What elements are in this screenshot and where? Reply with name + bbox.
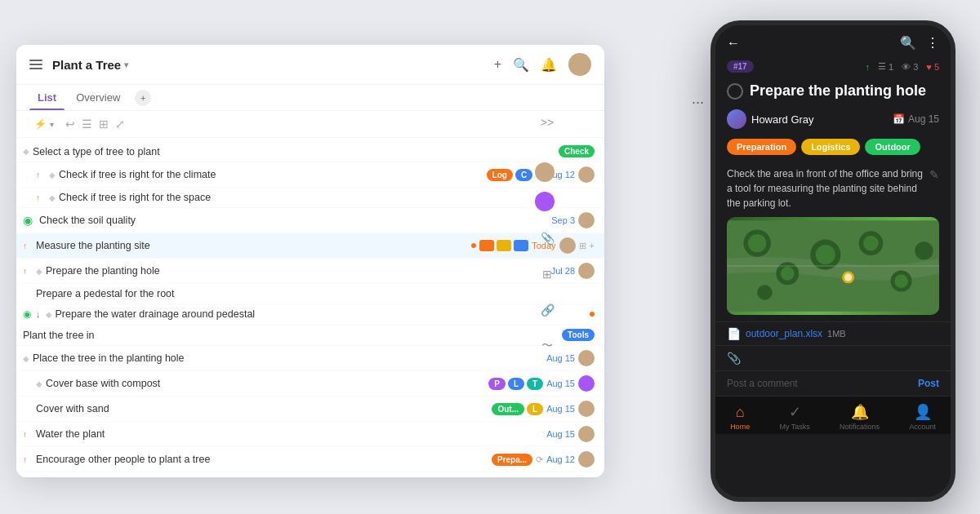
search-icon[interactable]: 🔍 bbox=[900, 35, 916, 51]
task-badges: Log C bbox=[487, 169, 533, 181]
eye-count: 3 bbox=[913, 62, 918, 72]
assignee-name: Howard Gray bbox=[751, 113, 814, 126]
back-button[interactable]: ← bbox=[727, 36, 740, 51]
tasks-icon: ✓ bbox=[789, 403, 801, 421]
bullet-icon: ◆ bbox=[36, 379, 42, 388]
bullet-icon: ◆ bbox=[23, 147, 29, 156]
table-icon[interactable]: ⊞ bbox=[535, 262, 559, 286]
notification-icon[interactable]: 🔔 bbox=[541, 57, 557, 73]
task-name: Cover with sand bbox=[36, 403, 488, 414]
up-arrow-icon: ↑ bbox=[866, 62, 871, 72]
check-circle-icon: ◉ bbox=[23, 214, 33, 227]
task-name: Measure the planting site bbox=[36, 240, 468, 251]
hamburger-icon[interactable] bbox=[29, 60, 42, 69]
post-button[interactable]: Post bbox=[918, 378, 939, 389]
columns-icon[interactable]: ⊞ bbox=[99, 117, 109, 131]
task-name: Check the soil quality bbox=[39, 215, 548, 226]
table-row[interactable]: ↑ ◆ Prepare the planting hole Jul 28 bbox=[16, 259, 604, 284]
status-badge: Prepa... bbox=[492, 454, 532, 466]
user-avatar[interactable] bbox=[568, 53, 591, 76]
heart-icon: ♥ bbox=[926, 62, 932, 72]
expand-icon[interactable]: ⤢ bbox=[115, 117, 125, 131]
task-badges bbox=[479, 240, 528, 251]
link-icon[interactable]: 🔗 bbox=[535, 298, 559, 322]
arrange-icon[interactable]: ⊞ bbox=[579, 241, 586, 251]
task-name: Water the plant bbox=[36, 428, 543, 440]
filter-button[interactable]: ⚡ ▾ bbox=[29, 116, 59, 132]
due-date: Aug 15 bbox=[546, 429, 575, 439]
priority-up-icon: ↑ bbox=[23, 430, 33, 439]
table-row[interactable]: ↑ Water the plant Aug 15 bbox=[16, 422, 604, 447]
more-options-button[interactable]: ··· bbox=[692, 94, 704, 111]
avatar-side bbox=[535, 162, 555, 182]
table-row[interactable]: ↑ Measure the planting site Today ⊞ + bbox=[16, 233, 604, 259]
add-icon[interactable]: + bbox=[494, 57, 501, 72]
due-date-field[interactable]: 📅 Aug 15 bbox=[893, 113, 939, 125]
svg-point-11 bbox=[915, 241, 933, 259]
desktop-app-window: Plant a Tree ▾ + 🔍 🔔 List Overview + bbox=[16, 45, 604, 477]
nav-account[interactable]: 👤 Account bbox=[909, 403, 936, 431]
window-header: Plant a Tree ▾ + 🔍 🔔 bbox=[16, 45, 604, 85]
group-icon[interactable]: ☰ bbox=[82, 117, 92, 131]
expand-panel-icon[interactable]: >> bbox=[535, 110, 559, 135]
nav-notifications[interactable]: 🔔 Notifications bbox=[840, 403, 880, 431]
task-assigned: Howard Gray 📅 Aug 15 bbox=[715, 106, 951, 135]
check-status: ◉ bbox=[23, 214, 33, 227]
activity-icon[interactable]: 〜 bbox=[535, 334, 559, 358]
table-row[interactable]: ◆ Select a type of tree to plant Check bbox=[16, 141, 604, 162]
table-row[interactable]: Prepare a pedestal for the root bbox=[16, 284, 604, 304]
attachment-row: 📄 outdoor_plan.xlsx 1MB bbox=[715, 321, 951, 345]
eye-icon: 👁 bbox=[902, 62, 911, 72]
heart-count: 5 bbox=[934, 62, 939, 72]
table-row[interactable]: ◆ Place the tree in the planting hole Au… bbox=[16, 346, 604, 371]
table-row[interactable]: ◉ Check the soil quality Sep 3 bbox=[16, 208, 604, 233]
bottom-navigation: ⌂ Home ✓ My Tasks 🔔 Notifications 👤 Acco… bbox=[715, 396, 951, 434]
more-icon[interactable]: ⋮ bbox=[926, 35, 939, 51]
priority-stat: ↑ bbox=[866, 62, 871, 72]
assignee-avatar bbox=[727, 109, 746, 129]
due-date: Aug 15 bbox=[546, 379, 575, 388]
bullet-icon: ◆ bbox=[46, 310, 52, 319]
table-row[interactable]: ↑ ◆ Check if tree is right for the clima… bbox=[16, 162, 604, 188]
paperclip-icon[interactable]: 📎 bbox=[727, 352, 741, 365]
task-name: Prepare the planting hole bbox=[46, 265, 548, 277]
attachment-name[interactable]: outdoor_plan.xlsx bbox=[746, 328, 822, 339]
status-badge: L bbox=[527, 403, 543, 415]
status-badge: Check bbox=[559, 145, 595, 157]
nav-notif-label: Notifications bbox=[840, 423, 880, 431]
task-badges: Out... L bbox=[492, 403, 543, 415]
label-logistics[interactable]: Logistics bbox=[801, 139, 860, 155]
table-row[interactable]: ◉ ↓ ◆ Prepare the water drainage around … bbox=[16, 304, 604, 325]
heart-stat: ♥ 5 bbox=[926, 62, 939, 72]
table-row[interactable]: Plant the tree in Tools bbox=[16, 325, 604, 346]
tab-overview[interactable]: Overview bbox=[68, 85, 128, 110]
description-text: Check the area in front of the office an… bbox=[727, 166, 924, 210]
tab-list[interactable]: List bbox=[29, 85, 65, 110]
nav-tasks-label: My Tasks bbox=[779, 423, 809, 431]
label-preparation[interactable]: Preparation bbox=[727, 139, 796, 155]
status-badge: Out... bbox=[492, 403, 524, 415]
add-tab-icon[interactable]: + bbox=[135, 90, 151, 106]
task-status-circle[interactable] bbox=[727, 83, 743, 100]
status-dot bbox=[590, 312, 595, 317]
table-row[interactable]: ◆ Cover base with compost P L T Aug 15 bbox=[16, 371, 604, 397]
table-row[interactable]: ↑ Encourage other people to plant a tree… bbox=[16, 447, 604, 472]
phone-screen: ← 🔍 ⋮ #17 ↑ ☰ 1 👁 bbox=[715, 25, 951, 497]
project-title-text: Plant a Tree bbox=[52, 58, 121, 72]
task-name: Plant the tree in bbox=[23, 330, 559, 341]
attachment-icon[interactable]: 📎 bbox=[535, 226, 559, 250]
search-icon[interactable]: 🔍 bbox=[513, 57, 529, 73]
project-title[interactable]: Plant a Tree ▾ bbox=[52, 58, 128, 72]
nav-home[interactable]: ⌂ Home bbox=[730, 404, 750, 431]
table-row[interactable]: ↑ ◆ Check if tree is right for the space bbox=[16, 188, 604, 208]
check-circle-icon: ◉ bbox=[23, 308, 31, 320]
add-subtask-icon[interactable]: + bbox=[590, 241, 595, 250]
label-outdoor[interactable]: Outdoor bbox=[865, 139, 920, 155]
status-badge: T bbox=[527, 378, 543, 390]
status-badge: C bbox=[515, 169, 532, 181]
table-row[interactable]: Cover with sand Out... L Aug 15 bbox=[16, 397, 604, 422]
undo-icon[interactable]: ↩ bbox=[65, 117, 75, 131]
notification-icon: 🔔 bbox=[851, 403, 869, 421]
edit-icon[interactable]: ✎ bbox=[929, 166, 939, 184]
nav-my-tasks[interactable]: ✓ My Tasks bbox=[779, 403, 809, 431]
